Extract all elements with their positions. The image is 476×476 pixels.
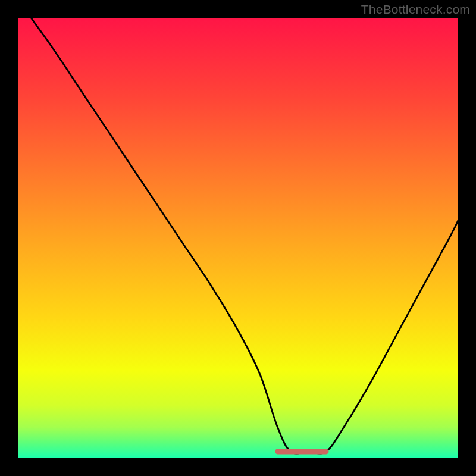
- gradient-background: [18, 18, 458, 458]
- watermark-text: TheBottleneck.com: [361, 2, 470, 17]
- chart-svg: [18, 18, 458, 458]
- plot-area: [18, 18, 458, 458]
- chart-frame: TheBottleneck.com: [0, 0, 476, 476]
